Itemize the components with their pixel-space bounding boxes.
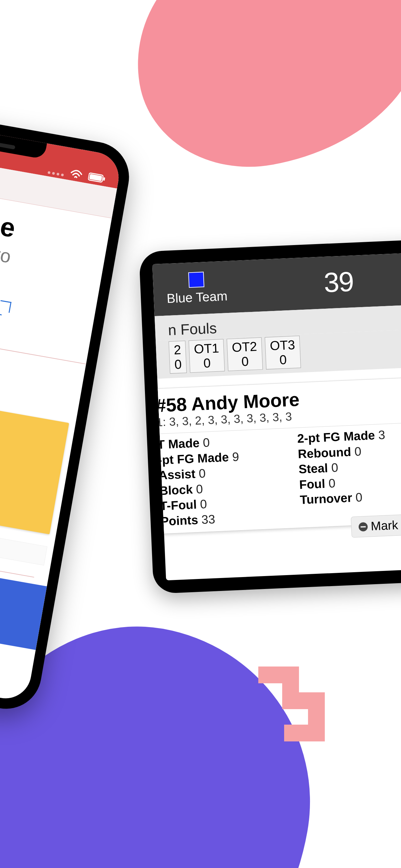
- period-label: OT3: [270, 337, 296, 353]
- period-value: 0: [279, 352, 287, 367]
- period-cell[interactable]: 20: [168, 341, 187, 374]
- player-stats: T Made 0-pt FG Made 9Assist 0Block 0T-Fo…: [157, 423, 401, 529]
- period-value: 0: [174, 357, 182, 372]
- team-color-swatch: [188, 272, 204, 288]
- player-card[interactable]: #58 Andy Moore 1: 3, 3, 2, 3, 3, 3, 3, 3…: [152, 377, 401, 535]
- minus-circle-icon: [359, 522, 368, 531]
- period-cell[interactable]: OT10: [189, 339, 225, 373]
- more-dots-icon: [48, 171, 64, 177]
- phone-screen: My Test League Test League t league for …: [0, 112, 123, 702]
- period-cell[interactable]: OT20: [227, 337, 263, 371]
- period-cell[interactable]: OT30: [265, 336, 301, 370]
- period-label: OT2: [232, 339, 257, 354]
- team-score: 39: [323, 266, 354, 299]
- tablet-device: Blue Team 39 n Fouls 20OT10OT20OT30 #58 …: [139, 232, 401, 594]
- team-chip[interactable]: Blue Team: [166, 271, 227, 306]
- mark-dnp-label: Mark DNP: [371, 517, 401, 533]
- external-link-icon: [0, 300, 11, 313]
- battery-icon: [88, 172, 106, 184]
- decor-zigzag: [252, 662, 336, 746]
- speaker-icon: [0, 138, 16, 150]
- wifi-icon: [69, 168, 84, 180]
- mark-dnp-button[interactable]: Mark DNP: [351, 513, 401, 538]
- decor-blob-pink: [118, 0, 401, 185]
- period-label: 2: [174, 343, 181, 358]
- period-value: 0: [203, 356, 211, 371]
- highlight-card[interactable]: [0, 379, 69, 534]
- body-text: ay.: [0, 336, 83, 396]
- team-name: Blue Team: [166, 289, 227, 306]
- period-label: OT1: [194, 341, 220, 356]
- period-value: 0: [241, 354, 249, 369]
- phone-device: My Test League Test League t league for …: [0, 100, 135, 714]
- svg-rect-2: [103, 177, 105, 181]
- score-header: Blue Team 39: [152, 246, 401, 316]
- tablet-screen: Blue Team 39 n Fouls 20OT10OT20OT30 #58 …: [152, 246, 401, 581]
